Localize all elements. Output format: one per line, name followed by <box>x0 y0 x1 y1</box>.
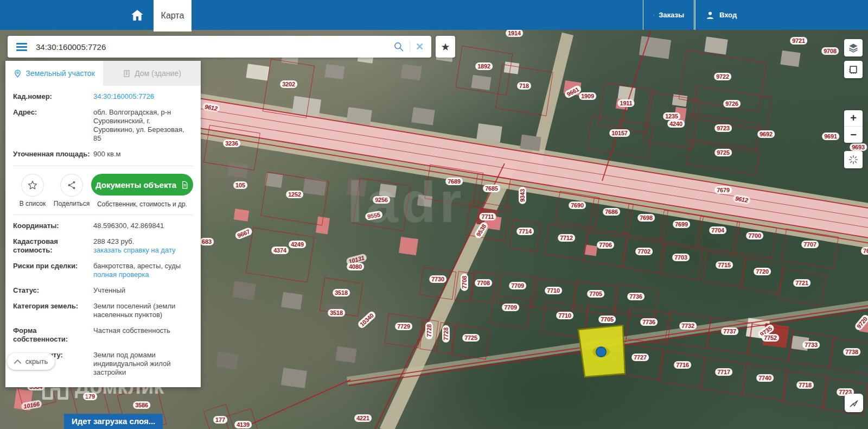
parcel-number-label[interactable]: 9256 <box>373 196 390 204</box>
tab-land-parcel[interactable]: Земельный участок <box>5 61 103 86</box>
parcel-number-label[interactable]: 3236 <box>223 140 240 147</box>
parcel-number-label[interactable]: 9721 <box>790 37 807 45</box>
parcel-number-label[interactable]: 7703 <box>672 254 690 261</box>
parcel-number-label[interactable]: 7752 <box>762 334 779 342</box>
parcel-number-label[interactable]: 7740 <box>756 374 774 382</box>
parcel-number-label[interactable]: 9693 <box>850 143 867 151</box>
selected-parcel[interactable] <box>570 315 635 386</box>
parcel-number-label[interactable]: 7730 <box>429 275 446 283</box>
parcel-number-label[interactable]: 7704 <box>709 226 726 234</box>
loading-spinner-button[interactable] <box>844 151 863 168</box>
field-link[interactable]: заказать справку на дату <box>93 246 176 255</box>
parcel-number-label[interactable]: 1892 <box>475 62 493 70</box>
parcel-number-label[interactable]: 7700 <box>746 232 763 239</box>
parcel-number-label[interactable]: 7705 <box>587 290 604 298</box>
parcel-number-label[interactable]: 7729 <box>395 323 412 330</box>
field-link[interactable]: полная проверка <box>93 270 181 279</box>
parcel-number-label[interactable]: 7710 <box>545 287 562 294</box>
zoom-in-button[interactable]: + <box>844 110 863 127</box>
parcel-number-label[interactable]: 3202 <box>280 80 297 88</box>
parcel-number-label[interactable]: 7702 <box>635 248 653 255</box>
parcel-outline[interactable] <box>465 201 510 242</box>
parcel-number-label[interactable]: 7727 <box>631 354 649 361</box>
parcel-number-label[interactable]: 9691 <box>822 133 839 140</box>
tab-map[interactable]: Карта <box>154 0 192 31</box>
parcel-number-label[interactable]: 4249 <box>289 241 306 248</box>
parcel-number-label[interactable]: 1235 <box>663 112 680 120</box>
parcel-outline[interactable] <box>788 331 834 368</box>
parcel-number-label[interactable]: 1252 <box>286 191 303 198</box>
parcel-outline[interactable] <box>702 251 746 288</box>
parcel-outline[interactable] <box>583 231 628 268</box>
parcel-outline[interactable] <box>777 268 826 306</box>
parcel-outline[interactable] <box>665 312 711 349</box>
parcel-number-label[interactable]: 3518 <box>333 289 350 296</box>
hide-panel-button[interactable]: скрыть <box>7 353 55 370</box>
parcel-number-label[interactable]: 9723 <box>714 124 732 132</box>
parcel-number-label[interactable]: 7736 <box>640 318 658 326</box>
parcel-outline[interactable] <box>419 267 457 300</box>
parcel-number-label[interactable]: 7718 <box>796 381 814 389</box>
parcel-outline[interactable] <box>782 371 828 408</box>
parcel-number-label[interactable]: 3518 <box>328 309 345 317</box>
parcel-number-label[interactable]: 7705 <box>598 316 616 323</box>
parcel-number-label[interactable]: 7708 <box>475 279 492 287</box>
parcel-number-label[interactable]: 1909 <box>579 92 596 100</box>
parcel-number-label[interactable]: 4240 <box>667 120 685 128</box>
parcel-number-label[interactable]: 7738 <box>843 348 860 356</box>
parcel-number-label[interactable]: 9722 <box>714 73 731 80</box>
parcel-number-label[interactable]: 7690 <box>569 201 586 209</box>
parcel-number-label[interactable]: 4080 <box>347 263 364 270</box>
parcel-number-label[interactable]: 10340 <box>356 310 376 330</box>
tab-house-building[interactable]: Дом (здание) <box>103 61 201 86</box>
parcel-number-label[interactable]: 7720 <box>754 268 771 275</box>
parcel-number-label[interactable]: 7708 <box>461 274 468 291</box>
parcel-number-label[interactable]: 7685 <box>483 185 500 192</box>
parcel-number-label[interactable]: 9667 <box>234 227 253 241</box>
add-to-list-button[interactable]: В список <box>13 174 52 207</box>
parcel-outline[interactable] <box>260 172 329 226</box>
orders-button[interactable]: Заказы <box>643 0 694 30</box>
parcel-number-label[interactable]: 7689 <box>445 178 463 185</box>
parcel-number-label[interactable]: 683 <box>200 238 214 245</box>
parcel-number-label[interactable]: 177 <box>213 416 227 424</box>
parcel-number-label[interactable]: 7709 <box>509 282 526 289</box>
parcel-number-label[interactable]: 7732 <box>679 322 697 330</box>
parcel-outline[interactable] <box>263 59 315 118</box>
clear-search-icon[interactable]: ✕ <box>416 41 424 53</box>
parcel-number-label[interactable]: 7736 <box>627 293 644 300</box>
parcel-number-label[interactable]: 179 <box>83 393 97 400</box>
parcel-number-label[interactable]: 7710 <box>556 312 573 319</box>
parcel-outline[interactable] <box>384 313 423 348</box>
parcel-number-label[interactable]: 4139 <box>234 421 252 428</box>
parcel-outline[interactable] <box>495 64 553 116</box>
parcel-outline[interactable] <box>828 338 868 375</box>
parcel-number-label[interactable]: 9692 <box>757 130 775 138</box>
measure-area-button[interactable] <box>844 61 863 78</box>
parcel-number-label[interactable]: 7716 <box>674 361 691 369</box>
parcel-number-label[interactable]: 76 <box>861 247 868 255</box>
parcel-outline[interactable] <box>700 358 746 395</box>
favorite-button[interactable]: ★ <box>436 36 455 58</box>
parcel-number-label[interactable]: 7737 <box>721 327 738 335</box>
parcel-outline[interactable] <box>470 271 496 303</box>
parcel-number-label[interactable]: 7711 <box>479 213 496 220</box>
parcel-outline[interactable] <box>732 222 777 259</box>
parcel-number-label[interactable]: 9726 <box>723 100 741 108</box>
parcel-number-label[interactable]: 4374 <box>271 247 289 254</box>
layers-button[interactable] <box>844 39 863 56</box>
parcel-number-label[interactable]: 7714 <box>516 228 534 235</box>
parcel-number-label[interactable]: 9708 <box>821 47 839 55</box>
object-documents-button[interactable]: Документы объекта <box>91 174 193 195</box>
parcel-outline[interactable] <box>659 351 705 388</box>
parcel-number-label[interactable]: 7706 <box>597 241 614 249</box>
parcel-number-label[interactable]: 7712 <box>558 234 575 242</box>
parcel-outline[interactable] <box>246 227 315 282</box>
parcel-number-label[interactable]: 1914 <box>506 29 523 37</box>
parcel-number-label[interactable]: 10157 <box>609 129 630 137</box>
parcel-number-label[interactable]: 7717 <box>715 368 732 376</box>
parcel-outline[interactable] <box>490 294 532 329</box>
parcel-number-label[interactable]: 7679 <box>714 186 732 194</box>
zoom-out-button[interactable]: − <box>844 127 863 143</box>
search-icon[interactable] <box>393 41 404 52</box>
